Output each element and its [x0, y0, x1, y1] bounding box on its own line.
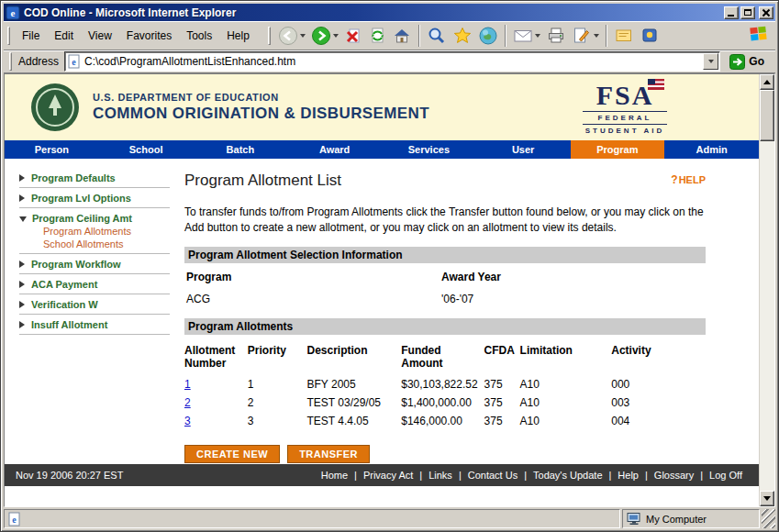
maximize-button[interactable] — [740, 6, 755, 19]
vertical-scrollbar[interactable] — [759, 74, 774, 506]
address-label: Address — [18, 55, 59, 68]
stop-button[interactable] — [342, 25, 364, 47]
chevron-right-icon — [19, 194, 25, 202]
selection-info-header: Program Allotment Selection Information — [184, 247, 706, 263]
forward-button[interactable] — [309, 25, 340, 47]
refresh-button[interactable] — [366, 25, 388, 47]
sidebar-item-program-defaults[interactable]: Program Defaults — [19, 172, 170, 183]
nav-admin[interactable]: Admin — [664, 140, 759, 159]
col-activity: Activity — [611, 342, 706, 375]
edit-icon — [572, 26, 592, 46]
sidebar-item-insuff-allotment[interactable]: Insuff Allotment — [19, 319, 170, 330]
search-button[interactable] — [425, 25, 449, 47]
sidebar-item-aca-payment[interactable]: ACA Payment — [19, 279, 170, 290]
menu-help[interactable]: Help — [219, 28, 257, 44]
program-value: ACG — [186, 293, 441, 305]
minimize-button[interactable] — [724, 6, 739, 19]
scroll-up-button[interactable] — [760, 74, 774, 90]
sidebar-item-program-workflow[interactable]: Program Workflow — [19, 259, 170, 270]
discuss-button[interactable] — [612, 25, 636, 47]
award-year-value: '06-'07 — [441, 293, 706, 305]
page-footer: Nov 19 2006 20:27 EST Home Privacy Act L… — [5, 464, 759, 486]
award-year-label: Award Year — [441, 271, 706, 283]
home-button[interactable] — [390, 25, 414, 47]
footer-link-log-off[interactable]: Log Off — [709, 470, 742, 481]
menu-tools[interactable]: Tools — [179, 28, 219, 44]
table-row[interactable]: 3 3 TEST 4.4.05 $146,000.00 375 A10 004 — [184, 412, 706, 430]
footer-link-help[interactable]: Help — [618, 470, 653, 481]
transfer-button[interactable]: TRANSFER — [287, 445, 370, 463]
history-button[interactable] — [476, 25, 500, 47]
nav-school[interactable]: School — [99, 140, 194, 159]
address-dropdown-button[interactable] — [703, 53, 718, 70]
timestamp: Nov 19 2006 20:27 EST — [5, 470, 123, 481]
sidebar-item-program-ceiling-amt[interactable]: Program Ceiling Amt — [19, 213, 170, 224]
history-icon — [478, 26, 498, 46]
nav-batch[interactable]: Batch — [194, 140, 288, 159]
page-icon: e — [8, 512, 21, 526]
nav-award[interactable]: Award — [287, 140, 382, 159]
menu-view[interactable]: View — [81, 28, 119, 44]
allotment-link-1[interactable]: 1 — [184, 378, 191, 391]
toolbar-band: File Edit View Favorites Tools Help — [4, 21, 775, 50]
nav-program[interactable]: Program — [571, 140, 665, 159]
toolbar-grip[interactable] — [268, 27, 271, 45]
messenger-button[interactable] — [638, 25, 662, 47]
addressbar-grip[interactable] — [9, 52, 12, 71]
help-link[interactable]: ?HELP — [671, 173, 706, 186]
print-button[interactable] — [544, 25, 568, 47]
department-branding: U.S. DEPARTMENT OF EDUCATION COMMON ORIG… — [93, 92, 429, 123]
menu-favorites[interactable]: Favorites — [119, 28, 179, 44]
footer-link-glossary[interactable]: Glossary — [654, 470, 709, 481]
footer-link-todays-update[interactable]: Today's Update — [533, 470, 618, 481]
resize-grip[interactable] — [762, 509, 775, 528]
sidebar: Program Defaults Program Lvl Options Pro… — [5, 168, 184, 464]
menu-file[interactable]: File — [15, 28, 47, 44]
sidebar-item-verification-w[interactable]: Verification W — [19, 299, 170, 310]
table-row[interactable]: 1 1 BFY 2005 $30,103,822.52 375 A10 000 — [184, 375, 706, 393]
stop-icon — [344, 26, 362, 46]
col-description: Description — [307, 342, 402, 375]
footer-link-privacy-act[interactable]: Privacy Act — [363, 470, 428, 481]
print-icon — [546, 26, 566, 46]
allotment-link-3[interactable]: 3 — [184, 415, 191, 427]
scroll-down-button[interactable] — [760, 491, 774, 506]
home-icon — [392, 26, 412, 46]
footer-link-contact-us[interactable]: Contact Us — [468, 470, 533, 481]
favorites-button[interactable] — [451, 25, 474, 47]
sidebar-item-program-lvl-options[interactable]: Program Lvl Options — [19, 193, 170, 204]
program-label: Program — [186, 271, 441, 283]
edit-button[interactable] — [570, 25, 601, 47]
close-button[interactable] — [759, 6, 773, 19]
intro-text: To transfer funds to/from Program Allotm… — [184, 205, 706, 236]
address-input[interactable] — [81, 55, 702, 68]
back-button[interactable] — [276, 25, 307, 47]
sidebar-subitem-school-allotments[interactable]: School Allotments — [19, 237, 170, 249]
nav-user[interactable]: User — [476, 140, 571, 159]
nav-person[interactable]: Person — [5, 140, 99, 159]
chevron-right-icon — [19, 281, 25, 288]
titlebar[interactable]: e COD Online - Microsoft Internet Explor… — [4, 4, 775, 21]
forward-icon — [311, 26, 331, 46]
sidebar-subitem-program-allotments[interactable]: Program Allotments — [19, 224, 170, 237]
menu-edit[interactable]: Edit — [47, 28, 81, 44]
edit-dropdown-icon — [594, 34, 599, 38]
allotment-link-2[interactable]: 2 — [184, 396, 191, 409]
svg-text:e: e — [12, 515, 17, 525]
scrollbar-track[interactable] — [760, 90, 774, 491]
discuss-icon — [614, 26, 634, 46]
fsa-flag-icon — [647, 78, 665, 94]
table-row[interactable]: 2 2 TEST 03/29/05 $1,400,000.00 375 A10 … — [184, 393, 706, 412]
fsa-federal-label: FEDERAL — [583, 114, 667, 122]
menubar-grip[interactable] — [7, 27, 10, 45]
footer-link-links[interactable]: Links — [428, 470, 468, 481]
mail-button[interactable] — [511, 25, 542, 47]
back-icon — [278, 26, 298, 46]
col-cfda: CFDA — [484, 342, 520, 375]
create-new-button[interactable]: CREATE NEW — [184, 445, 280, 463]
nav-services[interactable]: Services — [382, 140, 476, 159]
page-bottom-space — [5, 486, 759, 506]
footer-link-home[interactable]: Home — [321, 470, 363, 481]
go-button[interactable]: Go — [728, 53, 770, 71]
scrollbar-thumb[interactable] — [760, 90, 774, 141]
